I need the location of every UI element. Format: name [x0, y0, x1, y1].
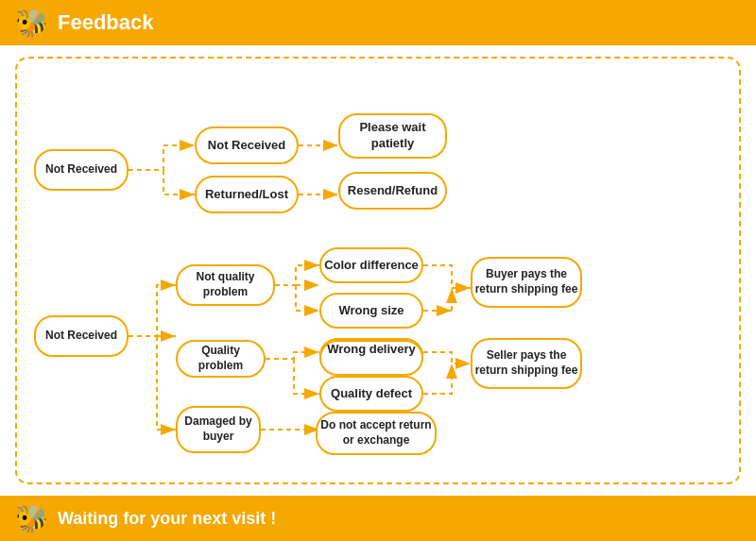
box-not-quality-problem: Not quality problem: [176, 264, 275, 306]
box-not-received-left: Not Received: [34, 149, 129, 191]
header: 🐝 Feedback: [0, 0, 756, 45]
box-not-received-right: Not Received: [34, 315, 129, 357]
box-resend-refund: Resend/Refund: [338, 172, 447, 210]
box-quality-defect: Quality defect: [319, 376, 423, 412]
footer: 🐝 Waiting for your next visit !: [0, 496, 756, 541]
box-wrong-size: Wrong size: [319, 293, 423, 329]
diagram-container: Not Received Not Received Returned/Lost …: [15, 57, 741, 484]
header-title: Feedback: [58, 10, 154, 35]
box-damaged-by-buyer: Damaged by buyer: [176, 406, 261, 453]
box-please-wait: Please wait patietly: [338, 113, 447, 159]
bee-icon-header: 🐝: [15, 8, 48, 39]
box-no-return: Do not accept return or exchange: [316, 412, 437, 455]
box-returned-lost: Returned/Lost: [195, 176, 299, 213]
box-buyer-pays: Buyer pays the return shipping fee: [471, 257, 582, 308]
box-seller-pays: Seller pays the return shipping fee: [471, 338, 582, 389]
main-content: Not Received Not Received Returned/Lost …: [0, 45, 756, 496]
box-not-received-box: Not Received: [195, 127, 299, 164]
box-quality-problem: Quality problem: [176, 340, 266, 378]
bee-icon-footer: 🐝: [15, 503, 48, 534]
footer-title: Waiting for your next visit !: [58, 509, 276, 529]
box-color-difference: Color difference: [319, 247, 423, 283]
box-wrong-delivery-2: Wrong delivery: [319, 340, 423, 376]
